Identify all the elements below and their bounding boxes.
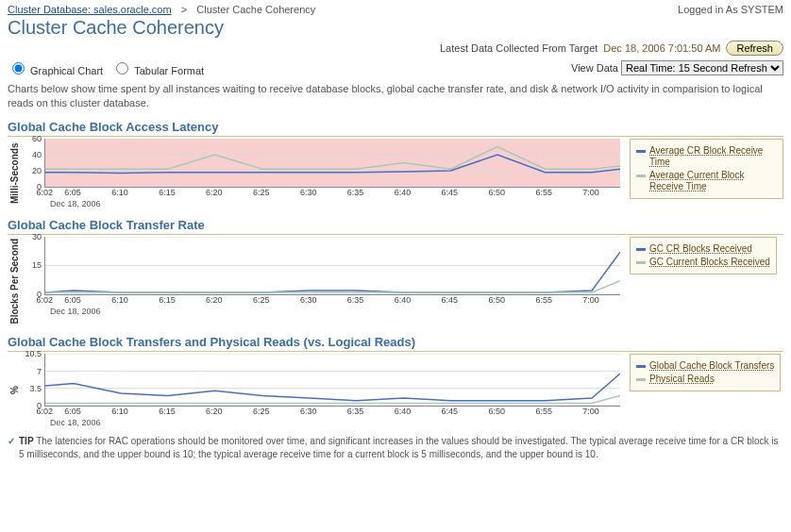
ytick-label: 7	[37, 367, 42, 376]
legend-transfer-rate: GC CR Blocks ReceivedGC Current Blocks R…	[630, 237, 777, 274]
plot-transfers-reads: 03.5710.5	[44, 354, 620, 407]
xtick-label: 6:10	[111, 407, 128, 416]
description-text: Charts below show time spent by all inst…	[8, 82, 783, 110]
breadcrumb: Cluster Database: sales.oracle.com > Clu…	[8, 4, 315, 15]
plot-latency: 0204060	[44, 139, 620, 188]
legend-swatch	[636, 248, 646, 251]
legend-item[interactable]: Global Cache Block Transfers	[636, 360, 774, 372]
xtick-label: 7:00	[582, 295, 599, 305]
legend-swatch	[636, 261, 646, 264]
view-data-select[interactable]: Real Time: 15 Second Refresh	[621, 60, 783, 75]
legend-swatch	[636, 365, 646, 368]
xtick-label: 6:02	[36, 407, 53, 416]
legend-label: GC Current Blocks Received	[649, 257, 770, 268]
xtick-label: 6:40	[395, 407, 412, 416]
xtick-label: 6:15	[159, 295, 176, 305]
xtick-label: 6:05	[64, 407, 81, 416]
xtick-label: 6:25	[253, 295, 270, 305]
xdate-transfer-rate: Dec 18, 2006	[50, 307, 620, 316]
xtick-label: 6:10	[111, 295, 128, 305]
xdate-latency: Dec 18, 2006	[50, 199, 620, 208]
xtick-label: 6:05	[64, 295, 81, 305]
chart-block-transfer-rate: Blocks Per Second 01530 6:026:056:106:15…	[8, 237, 783, 326]
legend-item[interactable]: Average CR Block Receive Time	[636, 145, 777, 168]
view-mode-radios: Graphical Chart Tabular Format	[8, 59, 204, 76]
topbar: Cluster Database: sales.oracle.com > Clu…	[8, 4, 783, 15]
legend-swatch	[636, 378, 646, 381]
xtick-label: 6:55	[535, 295, 552, 305]
legend-label: Average Current Block Receive Time	[649, 170, 777, 192]
plot-transfer-rate: 01530	[44, 237, 620, 295]
xticks-transfer-rate: 6:026:056:106:156:206:256:306:356:406:45…	[44, 295, 620, 307]
xtick-label: 6:02	[36, 295, 53, 305]
xtick-label: 6:50	[488, 407, 505, 416]
xtick-label: 6:50	[488, 188, 505, 197]
xtick-label: 6:50	[488, 295, 505, 305]
section-title-transfer-rate: Global Cache Block Transfer Rate	[8, 218, 783, 235]
xtick-label: 6:02	[36, 188, 53, 197]
tip-label: TIP	[19, 436, 34, 446]
xtick-label: 6:30	[300, 188, 317, 197]
xtick-label: 6:45	[442, 407, 459, 416]
legend-item[interactable]: Physical Reads	[636, 374, 774, 385]
legend-item[interactable]: GC CR Blocks Received	[636, 243, 770, 255]
xtick-label: 6:55	[535, 188, 552, 197]
legend-item[interactable]: GC Current Blocks Received	[636, 257, 770, 268]
tabular-format-radio[interactable]: Tabular Format	[111, 65, 204, 76]
legend-swatch	[636, 175, 646, 177]
ylabel-transfers-reads: %	[8, 354, 22, 427]
controls-row: Graphical Chart Tabular Format View Data…	[8, 59, 783, 76]
legend-transfers-reads: Global Cache Block TransfersPhysical Rea…	[630, 354, 781, 391]
legend-item[interactable]: Average Current Block Receive Time	[636, 170, 777, 192]
view-data-label: View Data	[571, 62, 618, 74]
ytick-label: 60	[32, 134, 42, 143]
xtick-label: 6:45	[442, 188, 459, 197]
collect-row: Latest Data Collected From Target Dec 18…	[8, 41, 783, 56]
refresh-button[interactable]: Refresh	[726, 41, 783, 56]
breadcrumb-sep: >	[175, 4, 194, 15]
legend-swatch	[636, 150, 646, 153]
xtick-label: 6:45	[442, 295, 459, 305]
legend-label: Global Cache Block Transfers	[649, 360, 774, 372]
xtick-label: 6:30	[300, 407, 317, 416]
tip-text: The latencies for RAC operations should …	[19, 436, 779, 459]
xtick-label: 6:35	[347, 188, 364, 197]
ylabel-transfer-rate: Blocks Per Second	[8, 237, 22, 326]
xtick-label: 6:15	[159, 407, 176, 416]
xtick-label: 6:20	[206, 295, 223, 305]
chart-block-transfers-reads: % 03.5710.5 6:026:056:106:156:206:256:30…	[8, 354, 783, 427]
ytick-label: 10.5	[25, 349, 42, 358]
graphical-chart-label: Graphical Chart	[30, 65, 103, 76]
logged-in-label: Logged in As SYSTEM	[678, 4, 783, 15]
legend-label: Physical Reads	[649, 374, 715, 385]
xtick-label: 6:15	[159, 188, 176, 197]
tabular-format-label: Tabular Format	[134, 65, 204, 76]
legend-latency: Average CR Block Receive TimeAverage Cur…	[630, 139, 783, 199]
ytick-label: 3.5	[29, 384, 42, 393]
collect-label: Latest Data Collected From Target	[440, 42, 597, 54]
ytick-label: 30	[32, 232, 42, 241]
tip-block: ✓ TIP The latencies for RAC operations s…	[8, 435, 783, 460]
view-data-group: View Data Real Time: 15 Second Refresh	[571, 60, 783, 75]
xticks-latency: 6:026:056:106:156:206:256:306:356:406:45…	[44, 188, 620, 199]
svg-rect-0	[45, 139, 620, 187]
tabular-format-radio-input[interactable]	[116, 62, 128, 75]
xtick-label: 6:05	[64, 188, 81, 197]
ytick-label: 40	[32, 150, 42, 159]
xtick-label: 7:00	[582, 407, 599, 416]
xtick-label: 6:10	[111, 188, 128, 197]
ylabel-latency: Milli-Seconds	[8, 139, 22, 208]
xtick-label: 6:25	[253, 407, 270, 416]
graphical-chart-radio-input[interactable]	[12, 62, 25, 75]
xticks-transfers-reads: 6:026:056:106:156:206:256:306:356:406:45…	[44, 407, 620, 418]
breadcrumb-link[interactable]: Cluster Database: sales.oracle.com	[8, 4, 172, 15]
xtick-label: 7:00	[582, 188, 599, 197]
graphical-chart-radio[interactable]: Graphical Chart	[8, 65, 106, 76]
xtick-label: 6:35	[347, 295, 364, 305]
collect-timestamp: Dec 18, 2006 7:01:50 AM	[603, 42, 720, 54]
legend-label: GC CR Blocks Received	[649, 243, 752, 255]
xtick-label: 6:35	[347, 407, 364, 416]
xtick-label: 6:40	[395, 188, 412, 197]
page-title: Cluster Cache Coherency	[8, 17, 783, 39]
xtick-label: 6:25	[253, 188, 270, 197]
